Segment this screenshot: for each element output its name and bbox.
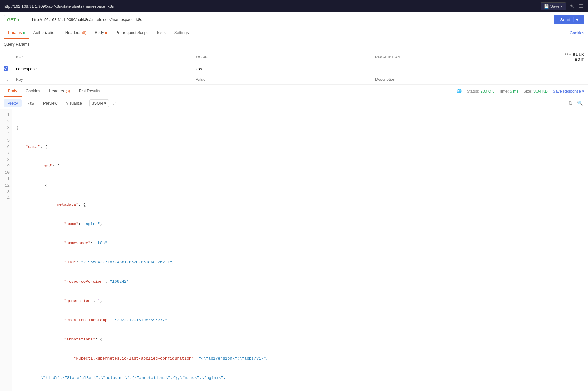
send-label: Send: [560, 17, 570, 22]
col-key: KEY: [12, 50, 192, 64]
time-value: 5 ms: [510, 89, 518, 93]
col-value: VALUE: [192, 50, 371, 64]
top-bar: http://192.168.31.1:9090/api/k8s/statefu…: [0, 0, 588, 12]
method-selector[interactable]: GET ▾: [4, 15, 28, 24]
body-dot: [105, 32, 107, 34]
request-tab-bar: Params Authorization Headers (8) Body Pr…: [0, 27, 588, 39]
save-label: Save: [550, 4, 559, 9]
save-button[interactable]: 💾 Save ▾: [541, 2, 566, 10]
viewer-tab-pretty[interactable]: Pretty: [4, 99, 22, 107]
json-content: 12345 678910 11121314 { "data": { "items…: [0, 109, 588, 391]
tab-tests[interactable]: Tests: [152, 27, 170, 39]
key-input[interactable]: [16, 67, 188, 71]
status-group: Status: 200 OK: [467, 89, 494, 93]
format-chevron-icon: ▾: [104, 101, 106, 105]
method-label: GET: [7, 17, 16, 22]
tab-prerequest[interactable]: Pre-request Script: [111, 27, 152, 39]
col-description: DESCRIPTION: [371, 50, 551, 64]
search-icon-button[interactable]: 🔍: [576, 99, 584, 107]
top-bar-actions: 💾 Save ▾ ✎ ☰: [541, 2, 584, 10]
tab-params[interactable]: Params: [4, 27, 29, 39]
viewer-toolbar: Pretty Raw Preview Visualize JSON ▾ ⇌ ⧉ …: [0, 97, 588, 109]
comment-icon-button[interactable]: ☰: [578, 2, 584, 10]
save-response-chevron-icon: ▾: [582, 89, 584, 93]
copy-icon-button[interactable]: ⧉: [567, 99, 573, 107]
format-label: JSON: [92, 101, 103, 105]
key-placeholder-input[interactable]: [16, 77, 188, 82]
save-response-button[interactable]: Save Response ▾: [553, 89, 584, 93]
status-label: Status:: [467, 89, 480, 93]
viewer-tab-raw[interactable]: Raw: [23, 99, 38, 107]
row-checkbox[interactable]: [4, 66, 8, 71]
size-label: Size:: [523, 89, 533, 93]
tab-headers[interactable]: Headers (8): [61, 27, 91, 39]
send-chevron-icon: ▾: [573, 17, 578, 22]
tab-headers-response[interactable]: Headers (3): [45, 85, 74, 97]
col-checkbox: [0, 50, 12, 64]
response-section: Body Cookies Headers (3) Test Results 🌐 …: [0, 85, 588, 391]
save-chevron-icon: ▾: [561, 4, 563, 9]
viewer-tab-preview[interactable]: Preview: [39, 99, 61, 107]
tab-settings[interactable]: Settings: [170, 27, 193, 39]
send-button[interactable]: Send ▾: [554, 15, 584, 24]
url-input[interactable]: [28, 15, 554, 24]
time-label: Time:: [499, 89, 510, 93]
save-icon: 💾: [544, 4, 549, 9]
tab-cookies-response[interactable]: Cookies: [22, 85, 45, 97]
globe-icon: 🌐: [457, 89, 462, 93]
bulk-edit-label[interactable]: Bulk Edit: [573, 52, 584, 62]
table-row: [0, 64, 588, 74]
value-input[interactable]: [196, 67, 368, 71]
save-response-label: Save Response: [553, 89, 581, 93]
edit-icon-button[interactable]: ✎: [569, 2, 575, 10]
params-dot: [23, 32, 25, 34]
top-bar-url: http://192.168.31.1:9090/api/k8s/statefu…: [4, 4, 114, 9]
query-params-title: Query Params: [0, 39, 588, 50]
query-params-section: Query Params KEY VALUE DESCRIPTION ••• B…: [0, 39, 588, 85]
table-row-empty: [0, 74, 588, 85]
response-headers-badge: (3): [66, 89, 70, 93]
line-numbers: 12345 678910 11121314: [0, 109, 12, 391]
params-table: KEY VALUE DESCRIPTION ••• Bulk Edit: [0, 50, 588, 85]
time-group: Time: 5 ms: [499, 89, 519, 93]
response-tab-bar: Body Cookies Headers (3) Test Results 🌐 …: [0, 85, 588, 97]
empty-row-checkbox[interactable]: [4, 77, 8, 81]
tab-body[interactable]: Body: [91, 27, 111, 39]
value-placeholder-input[interactable]: [196, 77, 368, 82]
viewer-tab-visualize[interactable]: Visualize: [62, 99, 86, 107]
col-actions: ••• Bulk Edit: [551, 50, 588, 64]
cookies-link[interactable]: Cookies: [570, 31, 584, 35]
request-bar: GET ▾ Send ▾: [0, 12, 588, 27]
method-chevron-icon: ▾: [17, 17, 19, 22]
description-placeholder-input[interactable]: [375, 77, 547, 82]
wrap-icon-button[interactable]: ⇌: [112, 99, 118, 107]
status-value: 200 OK: [481, 89, 494, 93]
tab-body-response[interactable]: Body: [4, 85, 22, 97]
size-group: Size: 3.04 KB: [523, 89, 548, 93]
size-value: 3.04 KB: [533, 89, 548, 93]
response-status: 🌐 Status: 200 OK Time: 5 ms Size: 3.04 K…: [457, 89, 584, 93]
tab-authorization[interactable]: Authorization: [29, 27, 61, 39]
format-selector[interactable]: JSON ▾: [89, 99, 109, 107]
json-body: { "data": { "items": [ { "metadata": { "…: [12, 109, 588, 391]
headers-badge: (8): [82, 31, 86, 35]
more-icon[interactable]: •••: [565, 51, 572, 57]
tab-test-results[interactable]: Test Results: [74, 85, 105, 97]
viewer-actions: ⧉ 🔍: [567, 99, 584, 107]
